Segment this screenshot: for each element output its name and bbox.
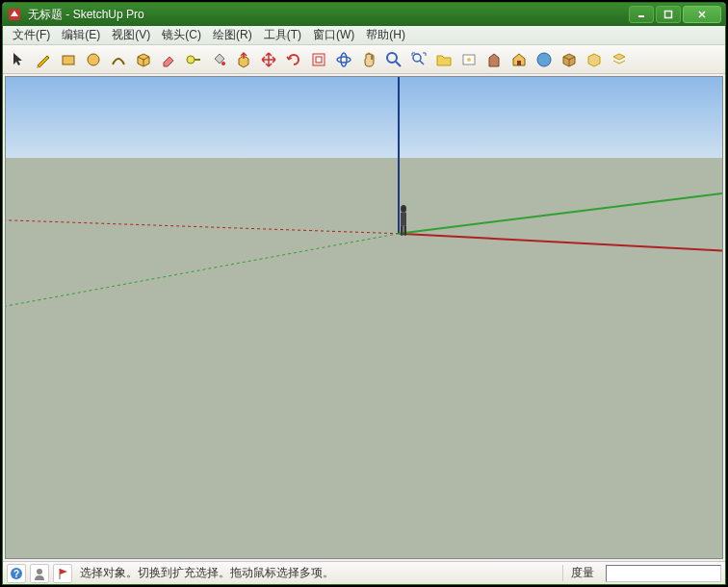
tape-measure-icon[interactable] bbox=[182, 48, 205, 71]
sky bbox=[6, 77, 722, 158]
menubar: 文件(F) 编辑(E) 视图(V) 镜头(C) 绘图(R) 工具(T) 窗口(W… bbox=[3, 26, 725, 45]
menu-view[interactable]: 视图(V) bbox=[106, 25, 156, 45]
svg-point-28 bbox=[37, 569, 42, 574]
component-icon[interactable] bbox=[132, 48, 155, 71]
svg-point-12 bbox=[337, 57, 351, 63]
svg-point-16 bbox=[413, 54, 421, 62]
package-icon[interactable] bbox=[583, 48, 606, 71]
menu-help[interactable]: 帮助(H) bbox=[360, 25, 411, 45]
titlebar: 无标题 - SketchUp Pro bbox=[3, 3, 725, 26]
orbit-icon[interactable] bbox=[332, 48, 355, 71]
box-icon[interactable] bbox=[558, 48, 581, 71]
menu-camera[interactable]: 镜头(C) bbox=[156, 25, 207, 45]
zoom-extents-icon[interactable] bbox=[407, 48, 430, 71]
svg-point-19 bbox=[467, 58, 471, 62]
status-hint: 选择对象。切换到扩充选择。拖动鼠标选择多项。 bbox=[76, 565, 559, 581]
svg-rect-23 bbox=[401, 213, 406, 226]
svg-text:?: ? bbox=[13, 569, 19, 579]
svg-point-7 bbox=[187, 56, 195, 64]
layers-icon[interactable] bbox=[608, 48, 631, 71]
viewport-3d[interactable] bbox=[5, 76, 723, 559]
svg-point-6 bbox=[88, 54, 99, 65]
measure-field[interactable] bbox=[606, 565, 721, 582]
push-pull-icon[interactable] bbox=[232, 48, 255, 71]
svg-rect-11 bbox=[316, 57, 322, 63]
ground bbox=[6, 158, 722, 558]
svg-rect-20 bbox=[517, 61, 521, 65]
menu-draw[interactable]: 绘图(R) bbox=[207, 25, 258, 45]
arc-icon[interactable] bbox=[107, 48, 130, 71]
svg-line-17 bbox=[420, 61, 424, 64]
select-tool-icon[interactable] bbox=[7, 48, 30, 71]
svg-rect-5 bbox=[63, 56, 74, 64]
close-button[interactable] bbox=[683, 6, 721, 23]
paint-bucket-icon[interactable] bbox=[207, 48, 230, 71]
app-window: 无标题 - SketchUp Pro 文件(F) 编辑(E) 视图(V) 镜头(… bbox=[2, 2, 726, 585]
statusbar: ? 选择对象。切换到扩充选择。拖动鼠标选择多项。 度量 bbox=[3, 561, 725, 584]
help-icon[interactable]: ? bbox=[7, 564, 26, 583]
measure-label: 度量 bbox=[562, 565, 602, 581]
svg-rect-24 bbox=[401, 226, 403, 236]
globe-icon[interactable] bbox=[533, 48, 556, 71]
menu-window[interactable]: 窗口(W) bbox=[307, 25, 360, 45]
svg-line-15 bbox=[396, 62, 401, 66]
flag-icon[interactable] bbox=[53, 564, 72, 583]
menu-file[interactable]: 文件(F) bbox=[7, 25, 56, 45]
eraser-icon[interactable] bbox=[157, 48, 180, 71]
person-icon[interactable] bbox=[30, 564, 49, 583]
svg-point-22 bbox=[401, 205, 406, 213]
preview-icon[interactable] bbox=[457, 48, 481, 71]
move-icon[interactable] bbox=[257, 48, 280, 71]
minimize-button[interactable] bbox=[629, 6, 654, 23]
toolbar bbox=[3, 45, 725, 74]
menu-edit[interactable]: 编辑(E) bbox=[56, 25, 106, 45]
window-controls bbox=[629, 6, 721, 23]
pan-icon[interactable] bbox=[357, 48, 380, 71]
zoom-icon[interactable] bbox=[382, 48, 405, 71]
circle-icon[interactable] bbox=[82, 48, 105, 71]
svg-point-21 bbox=[537, 53, 551, 66]
svg-point-9 bbox=[221, 62, 225, 65]
svg-rect-25 bbox=[404, 226, 407, 236]
svg-point-13 bbox=[341, 53, 347, 66]
offset-icon[interactable] bbox=[307, 48, 330, 71]
building-icon[interactable] bbox=[482, 48, 506, 71]
folder-icon[interactable] bbox=[432, 48, 455, 71]
pencil-line-icon[interactable] bbox=[32, 48, 55, 71]
rectangle-icon[interactable] bbox=[57, 48, 80, 71]
warehouse-icon[interactable] bbox=[507, 48, 531, 71]
svg-point-14 bbox=[387, 53, 397, 63]
rotate-icon[interactable] bbox=[282, 48, 305, 71]
svg-rect-2 bbox=[665, 12, 672, 18]
app-icon bbox=[7, 7, 22, 22]
svg-rect-10 bbox=[313, 54, 325, 65]
window-title: 无标题 - SketchUp Pro bbox=[28, 7, 629, 23]
menu-tools[interactable]: 工具(T) bbox=[258, 25, 307, 45]
maximize-button[interactable] bbox=[656, 6, 681, 23]
